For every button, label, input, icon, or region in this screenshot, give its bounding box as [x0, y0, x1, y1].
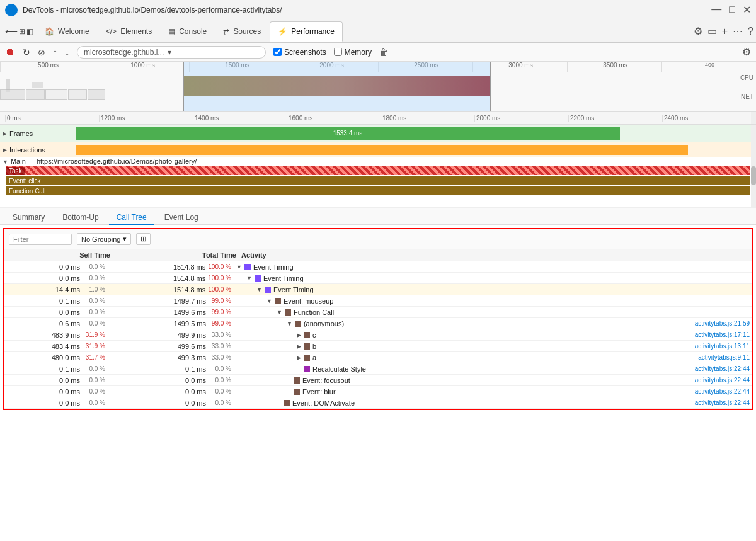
- selection-overlay[interactable]: [183, 62, 491, 112]
- source-link[interactable]: activitytabs.js:22:44: [695, 365, 750, 372]
- interactions-expand-icon[interactable]: [3, 146, 7, 153]
- source-link[interactable]: activitytabs.js:9:11: [698, 354, 750, 361]
- expand-right-icon[interactable]: ▶: [297, 343, 301, 350]
- window-controls[interactable]: — □ ✕: [711, 4, 751, 16]
- expand-down-icon[interactable]: ▼: [266, 298, 272, 304]
- main-expand-icon[interactable]: [3, 158, 8, 165]
- ruler-tick-400: 400: [662, 62, 756, 72]
- tab-bottom-up[interactable]: Bottom-Up: [55, 210, 106, 225]
- source-link[interactable]: activitytabs.js:13:11: [695, 343, 750, 350]
- refresh-button[interactable]: ↻: [23, 47, 30, 57]
- expand-down-icon[interactable]: ▼: [246, 275, 252, 282]
- cell-self-time: 0.0 ms 0.0 %: [4, 376, 108, 385]
- cell-self-time: 0.0 ms 0.0 %: [4, 263, 108, 271]
- expand-right-icon[interactable]: ▶: [297, 332, 301, 338]
- event-click-bar: Event: click: [6, 176, 750, 185]
- tab-summary[interactable]: Summary: [5, 210, 52, 225]
- cell-total-time: 1514.8 ms 100.0 %: [108, 285, 234, 294]
- expand-down-icon[interactable]: ▼: [287, 321, 292, 327]
- frames-bar: 1533.4 ms: [76, 127, 620, 140]
- tab-welcome[interactable]: 🏠 Welcome: [37, 21, 97, 42]
- frames-expand-icon[interactable]: [3, 130, 7, 137]
- settings-icon[interactable]: ⚙: [694, 25, 702, 37]
- devtools-icon: ⊞: [19, 27, 25, 36]
- source-link[interactable]: activitytabs.js:21:59: [695, 320, 750, 327]
- cell-total-time: 0.0 ms 0.0 %: [108, 387, 234, 396]
- main-track-label[interactable]: Main — https://microsoftedge.github.io/D…: [0, 157, 199, 165]
- activity-color-icon: [304, 366, 310, 372]
- main-track: Main — https://microsoftedge.github.io/D…: [0, 157, 756, 208]
- screenshots-checkbox-label[interactable]: Screenshots: [273, 48, 326, 57]
- header-total-time[interactable]: Total Time: [113, 251, 239, 259]
- table-row: 0.0 ms 0.0 % 1514.8 ms 100.0 % ▼ Event T…: [4, 273, 752, 284]
- more-icon[interactable]: ⋯: [733, 25, 743, 37]
- calltree-table: Self Time Total Time Activity 0.0 ms 0.0…: [4, 249, 752, 409]
- interactions-label[interactable]: Interactions: [0, 146, 76, 154]
- memory-checkbox-label[interactable]: Memory: [334, 48, 372, 57]
- table-row: 0.0 ms 0.0 % 0.0 ms 0.0 % ▶ Event: focus…: [4, 375, 752, 386]
- activity-label: Event Timing: [273, 286, 314, 293]
- cell-self-time: 483.9 ms 31.9 %: [4, 331, 108, 339]
- minimize-button[interactable]: —: [711, 4, 721, 16]
- ruler-tick-1000: 1000 ms: [94, 62, 189, 72]
- expand-down-icon[interactable]: ▼: [256, 287, 262, 293]
- activity-label: b: [312, 343, 316, 350]
- expand-all-button[interactable]: ⊞: [136, 233, 151, 245]
- maximize-button[interactable]: □: [729, 4, 735, 16]
- track-scrollbar[interactable]: [751, 125, 756, 208]
- tab-console[interactable]: ▤ Console: [161, 21, 214, 42]
- timeline-scrollbar[interactable]: [751, 112, 756, 124]
- tab-event-log[interactable]: Event Log: [157, 210, 206, 225]
- frames-label[interactable]: Frames: [0, 130, 76, 137]
- sidebar-icon[interactable]: ▭: [707, 25, 717, 37]
- source-link[interactable]: activitytabs.js:17:11: [695, 331, 750, 338]
- screenshots-checkbox[interactable]: [273, 48, 282, 56]
- cell-total-time: 0.0 ms 0.0 %: [108, 399, 234, 407]
- expand-down-icon[interactable]: ▼: [277, 309, 282, 316]
- ruler-tick-500: 500 ms: [0, 62, 94, 72]
- capture-settings-icon[interactable]: ⚙: [742, 46, 751, 58]
- activity-color-icon: [255, 275, 261, 282]
- tab-performance[interactable]: ⚡ Performance: [270, 21, 343, 42]
- clear-button[interactable]: ⊘: [38, 47, 45, 57]
- table-row: 0.0 ms 0.0 % 1499.6 ms 99.0 % ▼ Function…: [4, 307, 752, 318]
- close-button[interactable]: ✕: [743, 4, 751, 16]
- source-link[interactable]: activitytabs.js:22:44: [695, 377, 750, 384]
- activity-color-icon: [304, 343, 310, 350]
- tab-elements[interactable]: </> Elements: [98, 21, 159, 42]
- tick-1200ms: 1200 ms: [99, 115, 193, 122]
- track-scrollbar-thumb[interactable]: [751, 166, 756, 185]
- cell-total-time: 1514.8 ms 100.0 %: [108, 274, 234, 283]
- table-row: 483.9 ms 31.9 % 499.9 ms 33.0 % ▶ c acti…: [4, 329, 752, 341]
- tab-call-tree[interactable]: Call Tree: [109, 210, 154, 225]
- new-tab-icon[interactable]: +: [722, 26, 728, 37]
- trash-icon[interactable]: 🗑: [379, 47, 388, 57]
- help-icon[interactable]: ?: [748, 26, 753, 37]
- grouping-select[interactable]: No Grouping ▾: [77, 233, 131, 245]
- expand-down-icon[interactable]: ▼: [236, 264, 242, 270]
- cell-self-time: 480.0 ms 31.7 %: [4, 353, 108, 362]
- record-button[interactable]: ⏺: [5, 47, 15, 58]
- expand-right-icon[interactable]: ▶: [297, 355, 301, 361]
- tab-back-forward[interactable]: ⟵ ⊞ ◧: [3, 21, 36, 42]
- header-self-time[interactable]: Self Time: [9, 251, 113, 259]
- tick-0ms: 0 ms: [5, 115, 99, 122]
- header-activity[interactable]: Activity: [239, 251, 747, 259]
- interactions-bar: [76, 145, 688, 155]
- home-icon: 🏠: [45, 27, 54, 36]
- download-button[interactable]: ↓: [65, 47, 69, 57]
- back-icon[interactable]: ⟵: [5, 26, 18, 37]
- cpu-label: CPU: [740, 74, 753, 81]
- memory-checkbox[interactable]: [334, 48, 342, 56]
- upload-button[interactable]: ↑: [53, 47, 57, 57]
- cell-activity: ▼ (anonymous) activitytabs.js:21:59: [234, 319, 752, 328]
- tab-sources[interactable]: ⇄ Sources: [215, 21, 268, 42]
- source-link[interactable]: activitytabs.js:22:44: [695, 388, 750, 395]
- table-row: 14.4 ms 1.0 % 1514.8 ms 100.0 % ▼ Event …: [4, 284, 752, 295]
- url-dropdown-icon[interactable]: ▾: [168, 48, 171, 57]
- activity-color-icon: [284, 400, 290, 406]
- source-link[interactable]: activitytabs.js:22:44: [695, 399, 750, 406]
- tick-2200ms: 2200 ms: [568, 115, 662, 122]
- filter-input[interactable]: [9, 234, 72, 245]
- grouping-dropdown-icon[interactable]: ▾: [123, 235, 127, 243]
